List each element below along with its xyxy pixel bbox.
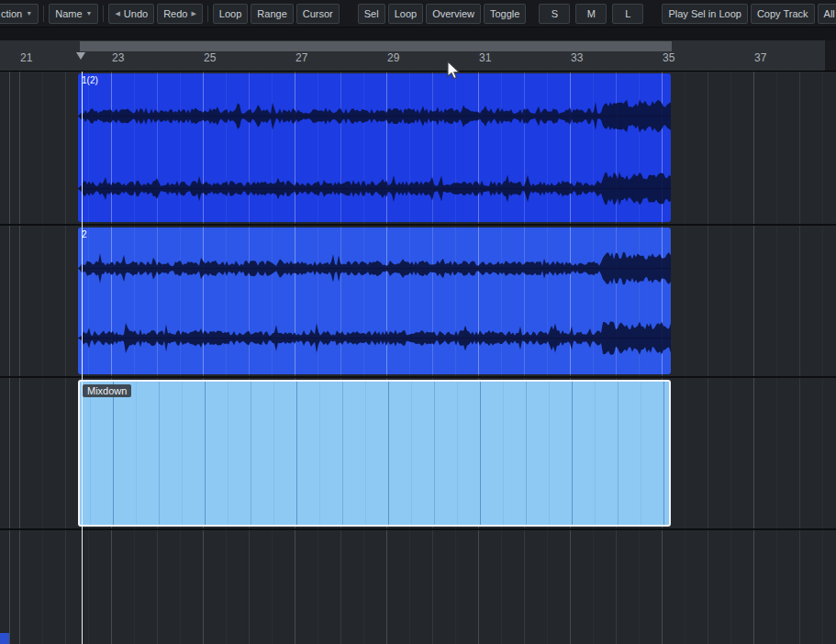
mixdown-clip[interactable]: Mixdown	[78, 380, 671, 527]
edit-cursor[interactable]	[82, 72, 83, 644]
audio-clip-2[interactable]: 2	[78, 228, 671, 374]
size-m-button[interactable]: M	[575, 4, 607, 24]
mouse-cursor	[446, 61, 464, 81]
timeline-ruler[interactable]: 212325272931333537	[0, 40, 836, 72]
undo-arrow-icon: ◀	[115, 10, 119, 17]
size-m-label: M	[587, 8, 596, 19]
waveform	[78, 228, 671, 374]
toggle-button[interactable]: Toggle	[484, 4, 526, 24]
toolbar-separator	[207, 6, 208, 22]
track-lane-1[interactable]: 1(2)	[0, 72, 836, 226]
toolbar-gap-strip	[0, 28, 836, 40]
ruler-bar-label: 37	[754, 51, 766, 64]
cursor-button[interactable]: Cursor	[296, 4, 340, 24]
copy-track-label: Copy Track	[757, 8, 808, 19]
undo-button[interactable]: ◀ Undo	[108, 4, 154, 24]
ruler-corner	[825, 40, 836, 71]
copy-track-button[interactable]: Copy Track	[751, 4, 815, 24]
size-s-button[interactable]: S	[539, 4, 570, 24]
track-lane-4[interactable]	[0, 530, 836, 644]
size-l-button[interactable]: L	[612, 4, 643, 24]
play-sel-in-loop-button[interactable]: Play Sel in Loop	[662, 4, 748, 24]
action-menu-button[interactable]: ction ▼	[0, 4, 39, 24]
track-lane-2[interactable]: 2	[0, 226, 836, 378]
cursor-label: Cursor	[303, 8, 333, 19]
range-button[interactable]: Range	[251, 4, 293, 24]
undo-label: Undo	[124, 8, 148, 19]
sel-label: Sel	[364, 8, 379, 19]
ruler-bar-label: 27	[295, 51, 307, 64]
track-lane-3[interactable]: Mixdown	[0, 378, 836, 530]
audio-clip-1[interactable]: 1(2)	[78, 73, 671, 222]
loop-view-button[interactable]: Loop	[388, 4, 423, 24]
loop-region-bar[interactable]	[80, 41, 672, 51]
all-fx-button[interactable]: All FX	[818, 4, 836, 24]
redo-label: Redo	[163, 8, 187, 19]
loop-view-label: Loop	[395, 8, 417, 19]
size-s-label: S	[552, 8, 558, 19]
ruler-bar-label: 25	[204, 51, 216, 64]
chevron-down-icon: ▼	[86, 10, 93, 17]
clip-label: 1(2)	[82, 75, 98, 85]
toolbar-separator	[43, 6, 44, 22]
waveform	[78, 73, 671, 222]
range-label: Range	[257, 8, 286, 19]
ruler-bar-label: 29	[387, 51, 399, 64]
track-area: 1(2) 2 Mixdown	[0, 72, 836, 644]
ruler-bar-label: 21	[20, 51, 32, 64]
name-menu-label: Name	[55, 8, 82, 19]
ruler-bar-label: 33	[571, 51, 583, 64]
size-l-label: L	[625, 8, 630, 19]
edit-cursor-marker[interactable]	[76, 52, 85, 60]
redo-arrow-icon: ▶	[191, 10, 195, 17]
chevron-down-icon: ▼	[26, 10, 32, 17]
overview-button[interactable]: Overview	[426, 4, 481, 24]
scrollbar-corner-accent	[0, 633, 9, 644]
ruler-bar-label: 31	[479, 51, 491, 64]
action-menu-label: ction	[1, 8, 22, 19]
sel-button[interactable]: Sel	[358, 4, 385, 24]
loop-edit-button[interactable]: Loop	[213, 4, 248, 24]
ruler-bar-label: 23	[112, 51, 124, 64]
toolbar: ction ▼ Name ▼ ◀ Undo Redo ▶ Loop Range …	[0, 0, 836, 28]
all-fx-label: All FX	[824, 8, 836, 19]
redo-button[interactable]: Redo ▶	[157, 4, 203, 24]
clip-label: Mixdown	[83, 384, 131, 397]
toolbar-separator	[103, 6, 104, 22]
name-menu-button[interactable]: Name ▼	[49, 4, 98, 24]
loop-edit-label: Loop	[219, 8, 241, 19]
overview-label: Overview	[432, 8, 474, 19]
ruler-bar-label: 35	[663, 51, 674, 64]
toggle-label: Toggle	[490, 8, 519, 19]
play-sel-in-loop-label: Play Sel in Loop	[668, 8, 741, 19]
